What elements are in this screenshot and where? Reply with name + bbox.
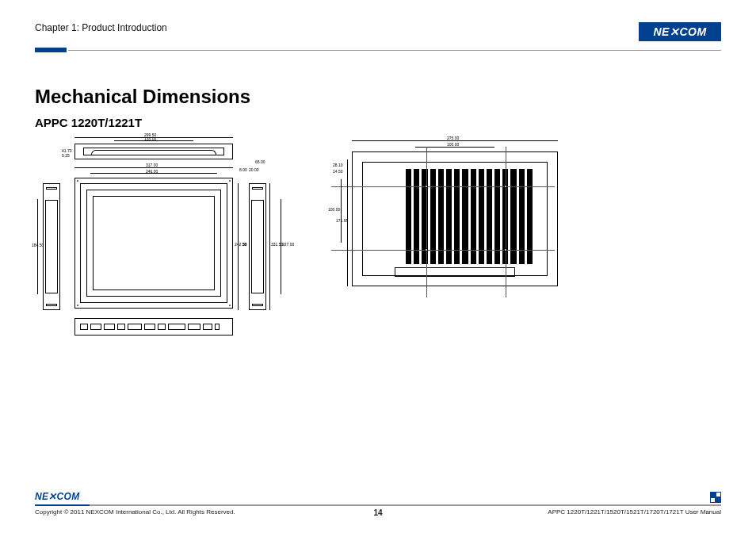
- io-bottom-view: [74, 318, 233, 336]
- brand-logo-text: NE✕COM: [653, 25, 706, 38]
- dim-right-side2: 227.00: [282, 242, 294, 247]
- dim-top-inner: 135.00: [144, 136, 156, 141]
- dim-rear-height: 171.95: [336, 218, 348, 223]
- header-divider: [35, 48, 721, 52]
- page-footer: NE✕COM Copyright © 2011 NEXCOM Internati…: [35, 490, 721, 516]
- rear-outer-frame: [352, 151, 558, 286]
- dim-left-s2: 5.25: [62, 153, 70, 158]
- rear-bottom-plate: [395, 267, 515, 277]
- dim-rear-vesa-h: 100.00: [328, 207, 340, 212]
- top-view: [74, 144, 233, 159]
- dim-height-left: 184.50: [32, 243, 44, 247]
- dim-bottom-w1: 317.00: [146, 163, 158, 167]
- dim-depth: 65.00: [255, 159, 265, 164]
- dim-mini2: 20.00: [249, 167, 259, 172]
- rear-inner-frame: [362, 162, 548, 276]
- dim-rear-l2: 14.50: [333, 169, 343, 174]
- left-side-view: [43, 183, 60, 310]
- dim-mini1: 8.00: [239, 167, 247, 172]
- brand-logo-footer: NE✕COM: [35, 490, 94, 503]
- front-view: [74, 178, 233, 309]
- dim-bottom-w2: 246.00: [146, 169, 158, 174]
- rear-drawing: 275.00 100.00: [328, 136, 574, 294]
- footer-ornament: [710, 492, 721, 503]
- page-number: 14: [35, 508, 721, 517]
- chapter-label: Chapter 1: Product Introduction: [35, 22, 167, 33]
- dim-rear-vesa-w: 100.00: [447, 142, 459, 147]
- dim-right-gap: 38: [242, 242, 247, 247]
- model-title: APPC 1220T/1221T: [35, 116, 721, 129]
- dim-rear-l1: 28.10: [333, 163, 343, 167]
- diagram-area: 299.50 135.00 41.70 5.25 317.00 246.00 6…: [35, 136, 721, 350]
- right-side-view: [249, 183, 266, 310]
- dim-rear-top: 275.00: [447, 136, 459, 140]
- footer-divider: [35, 504, 721, 506]
- front-drawing-set: 299.50 135.00 41.70 5.25 317.00 246.00 6…: [35, 136, 288, 350]
- section-title: Mechanical Dimensions: [35, 86, 721, 108]
- dim-right-side1: 331.50: [271, 242, 283, 247]
- brand-logo-top: NE✕COM: [639, 22, 721, 41]
